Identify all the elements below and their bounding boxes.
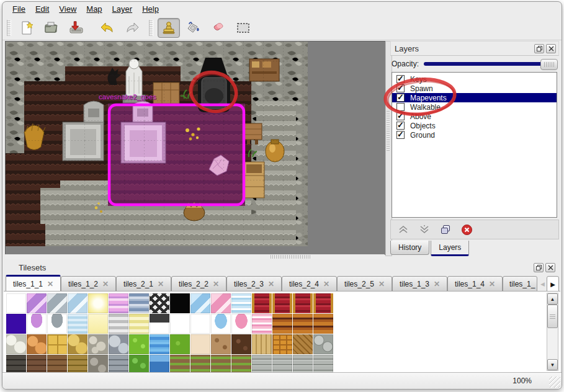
- tile-glass-sky[interactable]: [190, 293, 210, 313]
- eraser-tool-button[interactable]: [207, 18, 230, 38]
- layer-checkbox-above[interactable]: [396, 112, 405, 120]
- tilesets-float-button[interactable]: [534, 263, 544, 272]
- tileset-tab-tiles_2_2[interactable]: tiles_2_2✕: [171, 276, 226, 292]
- duplicate-layer-button[interactable]: [438, 222, 453, 237]
- tile-grass-bright[interactable]: [129, 334, 149, 354]
- tile-stone-white[interactable]: [6, 334, 26, 354]
- layer-row-keys[interactable]: Keys: [392, 74, 557, 84]
- map-canvas[interactable]: cavesnake2_goes cavesnake2_goes: [5, 41, 386, 255]
- palette-scroll-down-button[interactable]: ▼: [547, 359, 558, 370]
- tile-glass-gray[interactable]: [47, 293, 67, 313]
- layer-checkbox-walkable[interactable]: [396, 103, 405, 111]
- tile-sand[interactable]: [190, 334, 210, 354]
- close-tab-icon[interactable]: ✕: [378, 280, 385, 288]
- opacity-slider-handle[interactable]: [540, 59, 558, 70]
- tile-water-blue[interactable]: [150, 334, 169, 354]
- toolbar-drag-handle-2[interactable]: [149, 20, 153, 36]
- tile-planks-tan[interactable]: [252, 334, 272, 354]
- tile-glass-pink[interactable]: [211, 293, 231, 313]
- tile-curtain-red[interactable]: [272, 293, 292, 313]
- layers-float-button[interactable]: [534, 44, 544, 53]
- tile-white[interactable]: [190, 314, 210, 334]
- redo-button[interactable]: [121, 18, 143, 38]
- close-tab-icon[interactable]: ✕: [47, 280, 53, 288]
- tile-stripes-yellow[interactable]: [129, 314, 149, 334]
- tile-plaque-dark[interactable]: [150, 314, 169, 334]
- tile-water-light[interactable]: [68, 314, 87, 334]
- tileset-tab-tiles_1_4[interactable]: tiles_1_4✕: [447, 276, 503, 292]
- layers-close-button[interactable]: [546, 44, 556, 53]
- opacity-slider-track[interactable]: [424, 62, 557, 66]
- tileset-tab-tiles_1_1[interactable]: tiles_1_1✕: [6, 275, 61, 292]
- tile-curtain-red[interactable]: [252, 293, 272, 313]
- layer-row-ground[interactable]: Ground: [392, 130, 557, 140]
- fill-tool-button[interactable]: [182, 18, 205, 38]
- tile-curtain-red[interactable]: [313, 293, 333, 313]
- tile-stripes-pink[interactable]: [252, 314, 272, 334]
- select-tool-button[interactable]: [232, 18, 254, 38]
- tab-layers[interactable]: Layers: [431, 241, 469, 256]
- tile-curtain-red[interactable]: [293, 293, 313, 313]
- tileset-tab-tiles_2_4[interactable]: tiles_2_4✕: [282, 276, 337, 292]
- tile-stripes-lightblue[interactable]: [231, 293, 251, 313]
- tab-scroll-left-button[interactable]: ◀: [539, 276, 547, 292]
- close-tab-icon[interactable]: ✕: [434, 280, 440, 288]
- map-horizontal-scrollbar[interactable]: [5, 254, 385, 259]
- menu-edit[interactable]: Edit: [30, 3, 54, 15]
- tile-blob-gray[interactable]: [47, 314, 67, 334]
- tab-history[interactable]: History: [390, 241, 429, 255]
- resize-grip[interactable]: [549, 376, 560, 388]
- stamp-tool-button[interactable]: [158, 18, 180, 38]
- tileset-tab-tiles_2_5[interactable]: tiles_2_5✕: [337, 276, 392, 292]
- palette-scroll-thumb[interactable]: [547, 305, 558, 328]
- close-tab-icon[interactable]: ✕: [102, 280, 109, 288]
- tilesets-close-button[interactable]: [545, 263, 555, 272]
- layer-checkbox-objects[interactable]: [396, 122, 405, 130]
- menu-file[interactable]: File: [7, 3, 30, 15]
- tile-dirt-spotted[interactable]: [211, 334, 231, 354]
- layer-checkbox-ground[interactable]: [396, 131, 405, 139]
- close-tab-icon[interactable]: ✕: [323, 280, 329, 288]
- layer-row-walkable[interactable]: Walkable: [392, 102, 557, 112]
- layer-row-above[interactable]: Above: [392, 112, 557, 121]
- tile-glass-purple[interactable]: [27, 293, 47, 313]
- tile-stone-yellow[interactable]: [68, 334, 87, 354]
- layers-list[interactable]: KeysSpawnMapeventsWalkableAboveObjectsGr…: [392, 72, 557, 218]
- tile-grass-green[interactable]: [170, 334, 190, 354]
- tile-pale-yellow[interactable]: [88, 314, 108, 334]
- tileset-tab-tiles_1_2[interactable]: tiles_1_2✕: [61, 276, 116, 292]
- tileset-tab-tiles_2_1[interactable]: tiles_2_1✕: [116, 276, 171, 292]
- layer-row-objects[interactable]: Objects: [392, 121, 557, 130]
- tile-wood-stripes[interactable]: [313, 314, 333, 334]
- tile-white[interactable]: [170, 314, 190, 334]
- layer-row-spawn[interactable]: Spawn: [392, 84, 557, 93]
- tile-blob-sky[interactable]: [211, 314, 231, 334]
- close-tab-icon[interactable]: ✕: [268, 280, 274, 288]
- tab-scroll-right-button[interactable]: ▶: [547, 276, 559, 293]
- tile-glass-blue[interactable]: [68, 293, 87, 313]
- tile-blob-purple[interactable]: [27, 314, 47, 334]
- close-tab-icon[interactable]: ✕: [158, 280, 164, 288]
- tile-stripes-bluegray[interactable]: [129, 293, 149, 313]
- layer-checkbox-mapevents[interactable]: [396, 94, 405, 102]
- tile-stone-orange[interactable]: [27, 334, 47, 354]
- tile-stripes-purple[interactable]: [109, 293, 128, 313]
- layer-row-mapevents[interactable]: Mapevents: [392, 93, 557, 102]
- tile-black[interactable]: [170, 293, 190, 313]
- close-tab-icon[interactable]: ✕: [213, 280, 219, 288]
- tile-indigo[interactable]: [6, 314, 26, 334]
- tileset-tab-tiles_2_3[interactable]: tiles_2_3✕: [226, 276, 282, 292]
- open-file-button[interactable]: [40, 18, 63, 38]
- tile-white[interactable]: [6, 293, 26, 313]
- tile-glow-yellow[interactable]: [88, 293, 108, 313]
- tileset-tab-tiles_1_3[interactable]: tiles_1_3✕: [392, 276, 447, 292]
- toolbar-drag-handle[interactable]: [7, 20, 11, 36]
- layer-checkbox-spawn[interactable]: [396, 84, 405, 92]
- save-file-button[interactable]: [65, 18, 87, 38]
- map-hscroll-grip[interactable]: [271, 255, 311, 259]
- tile-herringbone[interactable]: [293, 334, 313, 354]
- opacity-slider[interactable]: [424, 59, 558, 69]
- tile-stripes-gray[interactable]: [109, 314, 128, 334]
- close-tab-icon[interactable]: ✕: [489, 280, 495, 288]
- tile-lattice-dark[interactable]: [150, 293, 169, 313]
